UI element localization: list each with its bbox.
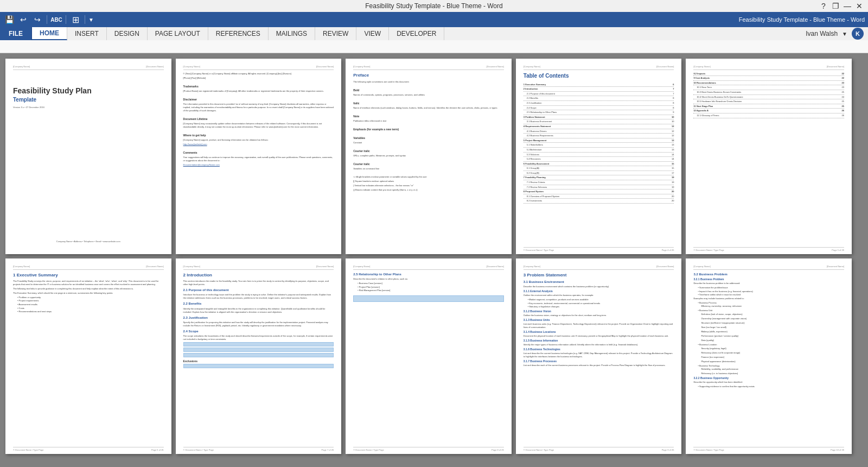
bp-tech-items: Reliability, scalability, and performanc… [693,368,844,375]
biz-problem-body: Describe the business problem to be addr… [693,282,844,285]
header-doc-1: [Document Name] [146,65,163,68]
save-icon[interactable]: 💾 [3,14,15,26]
close-button[interactable]: ✕ [855,2,864,10]
footer-left-4: © Document Name / Type Page [524,249,554,252]
page-1: [Company Name] [Document Name] Feasibili… [5,59,171,254]
tab-home[interactable]: HOME [32,27,67,40]
page6-footer: © Document Name / Type Page Page 6 of 26 [13,447,164,452]
justification-title: 2.3 Justification [183,315,334,320]
toc2-item-102: 10.2 Best-Omnis Business Known Constrain… [693,91,844,95]
trademarks-heading: Trademarks [183,85,334,89]
tab-review[interactable]: REVIEW [315,27,356,40]
document-area[interactable]: [Company Name] [Document Name] Feasibili… [0,53,868,467]
disclaimer-heading: Disclaimer [183,98,334,102]
toc-item-22: 2.2 Benefits8 [524,97,674,101]
page3-header: [Company Name] [Document Name] [353,65,504,70]
toc2-item-11: 11 Next Stage Plan25 [693,105,844,109]
bp-unit-3: Structure (inefficient / inappropriate s… [701,321,844,325]
page-6: [Company Name] [Document Name] 1 Executi… [5,258,171,454]
exec-summary-body: The Feasibility Study conveys the vision… [13,280,164,286]
footer-right-9: Page 9 of 26 [662,449,674,452]
biz-vision-title: 3.1.2 Business Vision [524,310,674,313]
help-button[interactable]: ? [819,2,828,10]
angle-brackets-desc: <> Angle brackets enclose parameter or v… [353,175,504,179]
format-icon[interactable]: ⊞ [69,14,81,26]
header-doc-10: [Document Name] [827,265,844,268]
tab-design[interactable]: DESIGN [107,27,148,40]
page-2: [Company Name] [Document Name] © [Year] … [176,59,342,254]
toc-item-81: 8.1 Overview of Proposed System20 [524,195,674,199]
header-company-8: [Company Name] [353,265,370,268]
page-7-content: [Company Name] [Document Name] 2 Introdu… [176,258,342,454]
user-name: Ivan Walsh [806,30,838,37]
footer-left-7: © Document Name / Type Page [183,449,214,452]
bp-sub-1: Efficiency, ownership, accuracy, relevan… [701,305,844,308]
purpose-title: 2.1 Purpose of this document [183,288,334,292]
bp-sub-items: Efficiency, ownership, accuracy, relevan… [693,305,844,308]
page-10-content: [Company Name] [Document Name] 3.2 Busin… [686,258,852,454]
bp-ex-3: Business Location [693,343,844,346]
tab-view[interactable]: VIEW [356,27,389,40]
emphasis-label: Emphasis (for example a new term) [353,128,504,131]
qa-separator2 [66,15,66,24]
bold-desc: Names of commands, options, programs, pr… [353,93,504,97]
biz-env-title: 3.1 Business Environment [524,280,674,284]
header-company-3: [Company Name] [353,65,370,68]
footer-right-7: Page 7 of 26 [322,449,334,452]
benefits-title: 2.2 Benefits [183,301,334,306]
tab-page-layout[interactable]: PAGE LAYOUT [148,27,208,40]
comments-heading: Comments [183,151,334,155]
footer-right-10: Page 10 of 26 [831,449,844,452]
ext-bullet-2: Key economic, technical, environmental, … [524,302,674,305]
footer-left-6: © Document Name / Type Page [13,449,43,452]
toc-item-61: 6.1 Group(A)15 [524,167,674,171]
biz-tech-title: 3.1.6 Business Technologies [524,348,674,351]
copyright-text: © [Year] [Company Name] or a [Company Na… [183,72,334,75]
tab-developer[interactable]: DEVELOPER [389,27,444,40]
user-avatar[interactable]: K [852,28,864,40]
toc-item-31: 3.1 Business Environment10 [524,120,674,124]
customize-quick-access[interactable]: ▼ [88,17,94,23]
toc2-items: 8.2 Impacts22 9 Cost Analysis22 10 Recom… [693,72,844,118]
toc-item-2: 2 Introduction7 [524,87,674,92]
spell-check-icon[interactable]: ABC [50,14,62,26]
toc-item-7: 7 Feasibility Planning19 [524,176,674,180]
bold-label: Bold [353,89,504,92]
header-company-2: [Company Name] [183,65,200,68]
toc2-item-82: 8.2 Impacts22 [693,72,844,77]
toc-item-82: 8.2 Investments20 [524,199,674,204]
tab-mailings[interactable]: MAILINGS [269,27,315,40]
curly-brackets-desc: {} Braces indicate content that you must… [353,188,504,192]
page-5: [Company Name] [Document Name] 8.2 Impac… [686,59,852,254]
bo-bullet-1: Supporting evidence to confirm that the … [693,385,844,388]
italic-label: Italic [353,102,504,105]
user-dropdown-icon[interactable]: ▼ [842,31,847,37]
file-button[interactable]: FILE [0,27,32,40]
title-bar-controls: ? ❐ — ✕ [819,2,864,10]
minimize-button[interactable]: — [843,2,852,10]
cover-content: Feasibility Study Plan Template Version … [13,86,164,109]
page-3: [Company Name] [Document Name] Preface T… [346,59,512,254]
comments-text: Your suggestions will help us continue t… [183,156,334,162]
intro-body: This section introduces the reader to th… [183,280,334,286]
where-to-help-heading: Where to get help [183,134,334,137]
pages-grid: [Company Name] [Document Name] Feasibili… [5,59,852,454]
scope-box3 [183,353,334,357]
header-doc-5: [Document Name] [827,65,844,68]
bp-tech-1: Reliability, scalability, and performanc… [701,368,844,371]
page5-header: [Company Name] [Document Name] [693,65,844,70]
page-4-content: [Company Name] [Document Name] Table of … [516,59,682,254]
tab-insert[interactable]: INSERT [67,27,107,40]
courier-italic-label: Courier italic [353,162,504,166]
restore-button[interactable]: ❐ [831,2,840,10]
tab-references[interactable]: REFERENCES [208,27,269,40]
bp-loc-items: Security (regulatory, legal) Relevancy (… [693,347,844,363]
footer-left-10: © Document Name / Type Page [693,449,724,452]
ribbon-right: Ivan Walsh ▼ K [801,27,868,40]
footer-right-8: Page 8 of 26 [492,449,504,452]
bp-loc-2: Relevancy (does not fit corporate image) [701,351,844,355]
redo-icon[interactable]: ↪ [31,14,43,26]
header-doc-4: [Document Name] [656,65,674,68]
toc-item-1: 1 Executive Summary6 [524,83,674,87]
undo-icon[interactable]: ↩ [17,14,29,26]
